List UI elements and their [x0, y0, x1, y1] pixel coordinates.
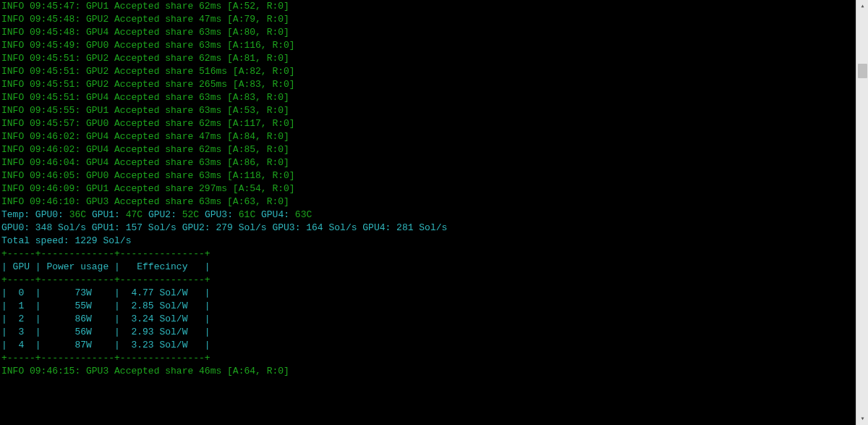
temp-gpu-value: 52C — [182, 209, 199, 220]
scroll-thumb[interactable] — [858, 64, 867, 78]
share-log-line: INFO 09:45:48: GPU2 Accepted share 47ms … — [1, 13, 851, 26]
table-row: | 4 | 87W | 3.23 Sol/W | — [1, 339, 851, 352]
table-header: | GPU | Power usage | Effecincy | — [1, 261, 851, 274]
temp-gpu-label: GPU1: — [92, 209, 120, 220]
share-log-line: INFO 09:46:09: GPU1 Accepted share 297ms… — [1, 182, 851, 195]
share-log-line: INFO 09:45:51: GPU2 Accepted share 62ms … — [1, 52, 851, 65]
table-row: | 1 | 55W | 2.85 Sol/W | — [1, 300, 851, 313]
share-log-line: INFO 09:46:02: GPU4 Accepted share 47ms … — [1, 130, 851, 143]
total-speed-line: Total speed: 1229 Sol/s — [1, 235, 851, 248]
vertical-scrollbar[interactable]: ▴ ▾ — [856, 0, 868, 425]
temp-gpu-value: 47C — [126, 209, 142, 220]
share-log-line: INFO 09:45:51: GPU4 Accepted share 63ms … — [1, 91, 851, 104]
table-rule-mid: +-----+-------------+---------------+ — [1, 274, 851, 287]
total-speed-label: Total speed: — [1, 235, 69, 246]
share-log-line: INFO 09:45:49: GPU0 Accepted share 63ms … — [1, 39, 851, 52]
share-log-line: INFO 09:46:04: GPU4 Accepted share 63ms … — [1, 156, 851, 169]
share-log-line: INFO 09:45:51: GPU2 Accepted share 516ms… — [1, 65, 851, 78]
hashrate-line: GPU0: 348 Sol/s GPU1: 157 Sol/s GPU2: 27… — [1, 222, 851, 235]
share-log-line: INFO 09:45:48: GPU4 Accepted share 63ms … — [1, 26, 851, 39]
temp-label: Temp: — [1, 209, 30, 220]
table-row: | 3 | 56W | 2.93 Sol/W | — [1, 326, 851, 339]
temp-gpu-value: 36C — [69, 209, 86, 220]
table-row: | 2 | 86W | 3.24 Sol/W | — [1, 313, 851, 326]
share-log: INFO 09:45:47: GPU1 Accepted share 62ms … — [1, 0, 851, 209]
terminal-window: INFO 09:45:47: GPU1 Accepted share 62ms … — [0, 0, 868, 425]
total-speed-value: 1229 Sol/s — [75, 235, 131, 246]
temp-gpu-label: GPU3: — [205, 209, 233, 220]
table-rule-bottom: +-----+-------------+---------------+ — [1, 352, 851, 365]
scroll-up-icon[interactable]: ▴ — [856, 0, 868, 12]
scroll-down-icon[interactable]: ▾ — [856, 413, 868, 425]
temp-gpu-label: GPU2: — [148, 209, 176, 220]
share-log-line: INFO 09:45:51: GPU2 Accepted share 265ms… — [1, 78, 851, 91]
share-log-line: INFO 09:46:10: GPU3 Accepted share 63ms … — [1, 195, 851, 209]
temp-gpu-label: GPU0: — [35, 209, 64, 220]
share-log-line: INFO 09:46:05: GPU0 Accepted share 63ms … — [1, 169, 851, 182]
table-row: | 0 | 73W | 4.77 Sol/W | — [1, 287, 851, 300]
share-log-line: INFO 09:45:55: GPU1 Accepted share 63ms … — [1, 104, 851, 117]
temp-gpu-value: 61C — [239, 209, 255, 220]
share-log-line: INFO 09:46:02: GPU4 Accepted share 62ms … — [1, 143, 851, 156]
temp-gpu-value: 63C — [295, 209, 312, 220]
share-log-line: INFO 09:46:15: GPU3 Accepted share 46ms … — [1, 365, 851, 378]
temp-gpu-label: GPU4: — [261, 209, 289, 220]
share-log-line: INFO 09:45:57: GPU0 Accepted share 62ms … — [1, 117, 851, 130]
share-log-line: INFO 09:45:47: GPU1 Accepted share 62ms … — [1, 0, 851, 13]
efficiency-table-body: | 0 | 73W | 4.77 Sol/W || 1 | 55W | 2.85… — [1, 287, 851, 352]
temp-line: Temp: GPU0: 36C GPU1: 47C GPU2: 52C GPU3… — [1, 209, 851, 222]
terminal-output[interactable]: INFO 09:45:47: GPU1 Accepted share 62ms … — [0, 0, 853, 425]
table-rule-top: +-----+-------------+---------------+ — [1, 248, 851, 261]
